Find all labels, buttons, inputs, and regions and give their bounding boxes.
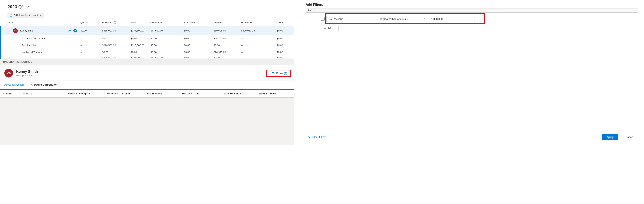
cell-quota: --	[80, 51, 102, 54]
profile-subtitle: All opportunities	[16, 74, 38, 77]
plus-icon	[324, 27, 326, 29]
cell-pipeline: $24,995.00	[214, 51, 241, 54]
user-name: Kenny Smith	[20, 29, 34, 32]
sort-ascending-icon: ↑	[31, 92, 32, 95]
underlying-records-heading: UNDERLYING RECORDS	[0, 59, 294, 65]
cell-prediction: $499,013.25	[241, 29, 273, 32]
clear-filters-button[interactable]: Clear Filters	[308, 135, 326, 139]
cell-committed: $0.00	[150, 37, 184, 40]
cell-lost: $0.00	[273, 56, 284, 59]
col-quota[interactable]: Quota	[80, 21, 102, 24]
cell-prediction: --	[241, 44, 273, 47]
col-prediction[interactable]: Prediction	[241, 21, 273, 24]
add-condition-button[interactable]: Add	[321, 26, 338, 31]
filter-field-select[interactable]: Est. revenue	[326, 16, 376, 22]
filters-label: Filters (1)	[276, 72, 287, 75]
chevron-down-icon	[334, 27, 336, 29]
forecast-table-header: User Quota Forecast i Won Committed Best…	[0, 20, 294, 26]
opportunities-empty-area	[0, 98, 294, 145]
drill-down-button[interactable]: Drill down by: Account	[8, 13, 44, 18]
cell-forecast: $0.00	[102, 51, 131, 54]
add-filters-title: Add Filters	[306, 3, 638, 8]
col-forecast-category[interactable]: Forecast category	[65, 90, 104, 97]
forecast-row[interactable]: Fabrikam, Inc. -- $210,500.00 $210,500.0…	[1, 42, 294, 49]
forecast-row[interactable]: KS Kenny Smith $0.00 $455,000.00 $377,50…	[1, 26, 294, 35]
chevron-down-icon	[26, 5, 29, 8]
opportunities-header: Actions Topic ↑ Forecast category Potent…	[0, 90, 294, 98]
cell-pipeline: $44,700.00	[214, 37, 241, 40]
cell-won: $377,500.00	[131, 29, 150, 32]
cell-committed: $77,500.00	[150, 29, 184, 32]
cell-quota: --	[80, 44, 102, 47]
svg-text:i: i	[115, 22, 115, 24]
drill-label: Drill down by: Account	[14, 14, 38, 17]
avatar: KS	[13, 28, 18, 33]
col-est-revenue[interactable]: Est. revenue	[144, 90, 180, 97]
user-name: Fabrikam, Inc.	[22, 44, 37, 47]
cell-lost: $0.00	[273, 51, 284, 54]
forecast-row[interactable]: A. Datum Corporation -- $0.00 $0.00 $0.0…	[1, 35, 294, 42]
forecast-row[interactable]: $244,500.00 $167,000.00 $77,500.00 $0.00…	[1, 56, 294, 59]
col-pipeline[interactable]: Pipeline	[214, 21, 241, 24]
chevron-down-icon	[371, 18, 374, 20]
chevron-down-icon	[313, 9, 315, 11]
cell-lost: $0.00	[273, 29, 284, 32]
cell-forecast: $0.00	[102, 37, 131, 40]
col-lost[interactable]: Lost	[273, 21, 284, 24]
chevron-right-icon: ›	[28, 83, 28, 86]
filters-button[interactable]: Filters (1)	[269, 70, 290, 76]
cell-won: $210,500.00	[131, 44, 150, 47]
col-forecast[interactable]: Forecast i	[102, 21, 131, 24]
cell-pipeline: $69,695.00	[214, 29, 241, 32]
breadcrumb-root[interactable]: Account (Account)	[4, 83, 25, 86]
tree-line	[316, 19, 320, 19]
cell-lost: $0.00	[273, 44, 284, 47]
col-actual-revenue[interactable]: Actual Revenue	[219, 90, 256, 97]
cell-prediction: --	[241, 56, 273, 59]
col-bestcase[interactable]: Best case	[184, 21, 214, 24]
period-selector[interactable]: 2023 Q1	[8, 4, 29, 9]
cell-pipeline: $0.00	[214, 44, 241, 47]
cell-bestcase: $0.00	[184, 37, 214, 40]
cell-committed: $0.00	[150, 51, 184, 54]
filter-value-input[interactable]	[429, 16, 474, 22]
avatar: KS	[4, 69, 13, 78]
col-actual-close-date[interactable]: Actual Close D	[256, 90, 286, 97]
cell-bestcase: $0.00	[184, 29, 214, 32]
cell-bestcase: $0.00	[184, 44, 214, 47]
cell-pipeline: $0.00	[214, 56, 241, 59]
user-name: Northwind Traders	[22, 51, 42, 54]
col-topic[interactable]: Topic ↑	[20, 90, 65, 97]
cancel-button[interactable]: Cancel	[621, 134, 638, 140]
cell-won: $167,000.00	[131, 56, 150, 59]
col-committed[interactable]: Committed	[150, 21, 184, 24]
cell-won: $0.00	[131, 37, 150, 40]
row-checkbox[interactable]	[321, 17, 324, 21]
col-won[interactable]: Won	[131, 21, 150, 24]
and-operator-button[interactable]: And	[306, 8, 638, 12]
col-actions[interactable]: Actions	[0, 90, 20, 97]
cell-prediction: --	[241, 51, 273, 54]
forecast-row[interactable]: Northwind Traders -- $0.00 $0.00 $0.00 $…	[1, 49, 294, 56]
indicator-icon[interactable]	[73, 29, 77, 32]
profile-name: Kenny Smith	[16, 70, 38, 74]
info-icon[interactable]: i	[114, 21, 116, 24]
cell-forecast: $244,500.00	[102, 56, 131, 59]
filter-operator-select[interactable]: Is greater than or equal ...	[378, 16, 427, 22]
chevron-down-icon	[40, 14, 42, 16]
share-icon[interactable]	[68, 29, 72, 32]
funnel-icon	[272, 72, 275, 75]
cell-bestcase: $0.00	[184, 56, 214, 59]
cell-quota: --	[80, 37, 102, 40]
col-potential-customer[interactable]: Potential Customer	[104, 90, 144, 97]
cell-quota: $0.00	[80, 29, 102, 32]
period-label: 2023 Q1	[8, 4, 24, 9]
col-user[interactable]: User	[8, 21, 80, 24]
user-name: A. Datum Corporation	[22, 37, 46, 40]
breadcrumb: Account (Account) › A. Datum Corporation	[0, 81, 294, 90]
breadcrumb-current: A. Datum Corporation	[31, 83, 58, 86]
apply-button[interactable]: Apply	[602, 134, 618, 140]
cell-committed: $77,500.00	[150, 56, 184, 59]
more-icon[interactable]: ⋯	[476, 17, 480, 21]
col-est-close-date[interactable]: Est. close date	[180, 90, 219, 97]
